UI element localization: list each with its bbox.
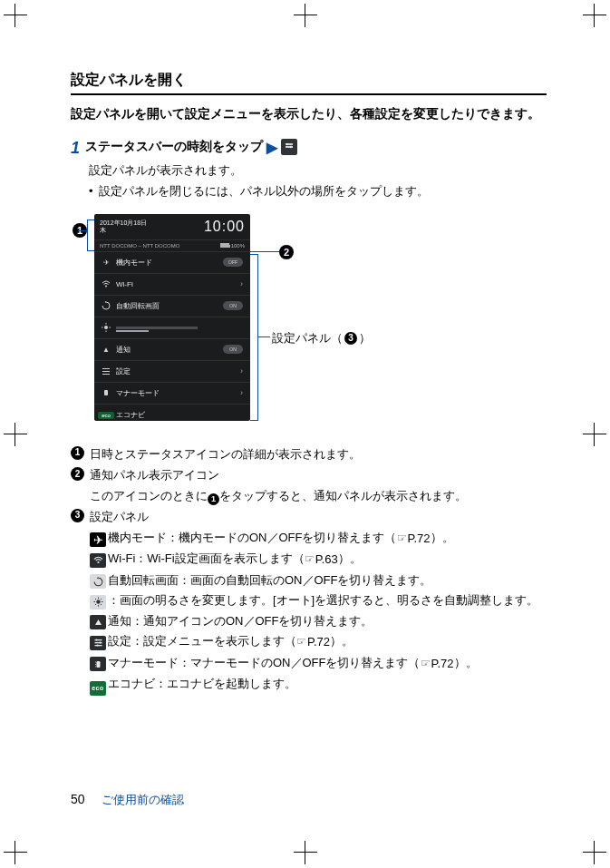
step-text: ステータスバーの時刻をタップ ▶ <box>85 139 297 156</box>
leader-line <box>87 219 88 250</box>
svg-point-2 <box>286 143 288 145</box>
page-ref: ☞P.72 <box>421 654 454 673</box>
legend-2-a: このアイコンのときに <box>90 489 208 502</box>
phone-row-label: 設定 <box>116 366 235 376</box>
leader-line <box>87 250 94 251</box>
phone-battery-pct: 100% <box>231 243 245 249</box>
callout-panel-label: 設定パネル（3） <box>272 330 371 346</box>
phone-row-label: 自動回転画面 <box>116 301 218 311</box>
svg-point-3 <box>290 146 292 148</box>
legend-number-2: 2 <box>71 467 84 481</box>
hand-icon: ☞ <box>305 551 315 569</box>
svg-point-4 <box>105 286 107 288</box>
callout-label-suffix: ） <box>359 330 371 346</box>
airplane-icon: ✈ <box>102 258 111 267</box>
legend-rotate-text: 自動回転画面：画面の自動回転のON／OFFを切り替えます。 <box>108 573 432 587</box>
svg-point-27 <box>95 639 97 641</box>
brightness-icon <box>90 595 106 610</box>
callout-number-3-inline: 3 <box>344 332 357 345</box>
page-ref-num: P.72 <box>431 654 454 673</box>
crop-mark <box>294 841 317 864</box>
phone-statusbar: 2012年10月18日 木 10:00 <box>94 214 250 239</box>
svg-point-28 <box>99 642 101 644</box>
leader-line <box>78 230 87 231</box>
legend-2-b: をタップすると、通知パネルが表示されます。 <box>219 489 467 502</box>
leader-line <box>250 420 257 421</box>
step-1: 1 ステータスバーの時刻をタップ ▶ <box>71 139 547 159</box>
phone-row-label: マナーモード <box>116 388 235 398</box>
crop-mark <box>583 841 606 864</box>
legend-suffix: ）。 <box>454 656 478 669</box>
phone-row-settings: 設定› <box>94 361 250 383</box>
phone-clock: 10:00 <box>204 219 245 235</box>
page-ref-num: P.72 <box>408 529 431 548</box>
toggle-pill: OFF <box>223 258 243 267</box>
callout-label-prefix: 設定パネル（ <box>272 330 343 346</box>
settings-icon <box>90 636 106 650</box>
legend-wifi-text: Wi-Fi：Wi-Fi設定画面を表示します（ <box>108 551 305 565</box>
svg-rect-10 <box>102 368 110 369</box>
svg-rect-13 <box>104 390 108 395</box>
legend-suffix: ）。 <box>338 551 362 565</box>
svg-rect-30 <box>96 661 100 668</box>
svg-point-29 <box>96 645 98 647</box>
phone-row-label: Wi-Fi <box>116 280 235 288</box>
legend-airplane-text: 機内モード：機内モードのON／OFFを切り替えます（ <box>108 531 397 544</box>
crop-mark <box>4 423 27 446</box>
step-description: 設定パネルが表示されます。 • 設定パネルを閉じるには、パネル以外の場所をタップ… <box>89 161 547 201</box>
callout-number-2: 2 <box>279 245 294 259</box>
svg-point-14 <box>97 561 99 563</box>
crop-mark <box>294 4 317 27</box>
phone-row-manner: マナーモード› <box>94 383 250 405</box>
legend-rotate: 自動回転画面：画面の自動回転のON／OFFを切り替えます。 <box>90 571 547 590</box>
legend-body-3: 設定パネル ✈機内モード：機内モードのON／OFFを切り替えます（☞P.72）。… <box>90 507 547 696</box>
crop-mark <box>583 423 606 446</box>
hand-icon: ☞ <box>397 530 407 548</box>
phone-screenshot: 2012年10月18日 木 10:00 NTT DOCOMO – NTT DOC… <box>94 214 250 421</box>
hand-icon: ☞ <box>296 633 306 651</box>
page-number: 50 <box>71 792 85 806</box>
footer: 50 ご使用前の確認 <box>71 792 184 808</box>
chevron-right-icon: › <box>240 388 243 397</box>
phone-row-notify: ▲通知ON <box>94 339 250 361</box>
legend-notify: 通知：通知アイコンのON／OFFを切り替えます。 <box>90 611 547 630</box>
legend-2-title: 通知パネル表示アイコン <box>90 465 547 484</box>
page-ref: ☞P.72 <box>397 529 431 548</box>
legend-notify-text: 通知：通知アイコンのON／OFFを切り替えます。 <box>108 614 373 628</box>
chapter-title: ご使用前の確認 <box>102 792 184 808</box>
chevron-right-icon: › <box>240 279 243 288</box>
toggle-pill: ON <box>223 301 243 310</box>
phone-battery: 100% <box>220 243 245 249</box>
leader-line <box>257 336 270 337</box>
rotate-icon <box>102 301 111 310</box>
phone-row-eco: ecoエコナビ <box>94 405 250 421</box>
legend-settings-text: 設定：設定メニューを表示します（ <box>108 634 296 648</box>
phone-date-line2: 木 <box>100 227 147 234</box>
leader-line <box>257 254 258 421</box>
page: 設定パネルを開く 設定パネルを開いて設定メニューを表示したり、各種設定を変更した… <box>0 0 610 868</box>
legend-suffix: ）。 <box>330 634 353 648</box>
svg-rect-26 <box>94 645 102 646</box>
leader-line <box>87 219 94 220</box>
phone-row-label <box>116 324 243 332</box>
phone-date-line1: 2012年10月18日 <box>100 219 147 227</box>
legend-2-sub: このアイコンのときに1をタップすると、通知パネルが表示されます。 <box>90 486 547 505</box>
phone-row-label: エコナビ <box>116 410 243 420</box>
leader-line <box>250 251 279 252</box>
legend-suffix: ）。 <box>431 531 454 544</box>
intro-text: 設定パネルを開いて設定メニューを表示したり、各種設定を変更したりできます。 <box>71 104 547 124</box>
legend-item-1: 1 日時とステータスアイコンの詳細が表示されます。 <box>71 444 547 463</box>
wifi-icon <box>90 553 106 568</box>
svg-line-21 <box>101 604 102 605</box>
step-desc-bullet: • 設定パネルを閉じるには、パネル以外の場所をタップします。 <box>89 182 547 201</box>
phone-row-rotate: 自動回転画面ON <box>94 296 250 317</box>
svg-line-23 <box>101 599 102 600</box>
phone-row-airplane: ✈機内モードOFF <box>94 252 250 274</box>
bullet-char: • <box>89 182 93 201</box>
manner-icon <box>90 657 106 671</box>
settings-handle-icon <box>281 139 297 155</box>
legend-3-title: 設定パネル <box>90 507 547 526</box>
legend-eco: ecoエコナビ：エコナビを起動します。 <box>90 674 547 696</box>
legend-bright-text: ：画面の明るさを変更します。[オート]を選択すると、明るさを自動調整します。 <box>108 593 538 607</box>
chevron-right-icon: › <box>240 366 243 375</box>
